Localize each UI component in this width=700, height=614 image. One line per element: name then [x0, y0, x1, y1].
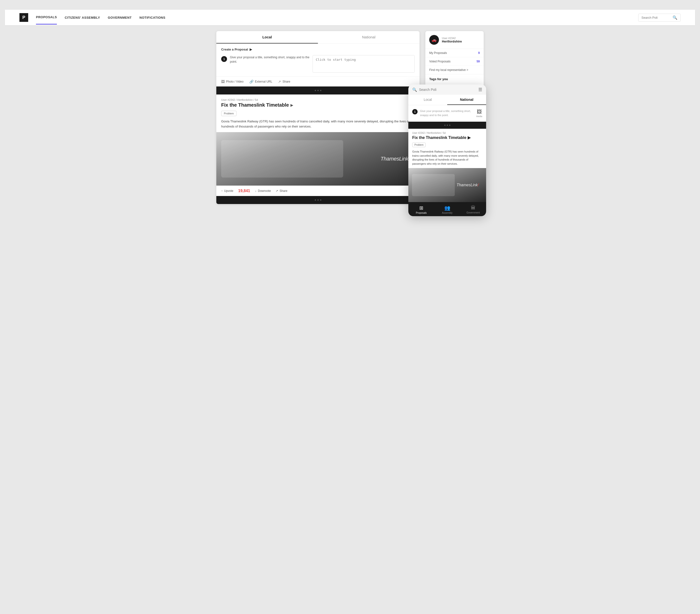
government-icon: 🏛: [471, 205, 476, 210]
mobile-media-button[interactable]: 🖼 Media: [476, 109, 482, 117]
assembly-icon: 👥: [444, 205, 450, 211]
nav-link-government[interactable]: GOVERNMENT: [108, 16, 132, 24]
post-image: ThamesLink/: [216, 132, 420, 186]
mobile-menu-icon[interactable]: ☰: [478, 87, 482, 92]
nav-logo[interactable]: P: [20, 13, 28, 22]
mobile-bottom-nav: ⊞ Proposals 👥 Assembly 🏛 Government: [408, 202, 486, 216]
nav-search-box[interactable]: 🔍: [638, 14, 680, 22]
mobile-input-hint: Give your proposal a title, something sh…: [420, 109, 474, 117]
vote-bar: ↑ Upvote 19,841 ↓ Downvote ↗ Share: [216, 186, 420, 196]
post-arrow-icon: ▶: [290, 103, 293, 107]
mobile-tab-local[interactable]: Local: [408, 95, 447, 105]
mobile-tab-national[interactable]: National: [447, 95, 486, 105]
post-badge: Problem: [221, 111, 237, 116]
dot-3: [320, 90, 321, 91]
mobile-post-title[interactable]: Fix the Thameslink Timetable ▶: [408, 135, 486, 142]
find-rep-link[interactable]: Find my local representative >: [425, 66, 484, 74]
vote-count: 19,841: [238, 189, 250, 193]
dot-6: [320, 200, 321, 201]
mobile-search-box[interactable]: 🔍: [412, 87, 476, 92]
tab-local[interactable]: Local: [216, 31, 318, 43]
mobile-media-icon: 🖼: [477, 109, 482, 115]
dark-bar-2: [216, 196, 420, 204]
search-icon: 🔍: [673, 15, 677, 20]
proposals-count: 9: [478, 51, 480, 55]
post-card: User #2342 / Hertfordshire / 5d Fix the …: [216, 94, 420, 204]
photo-icon: 🖼: [221, 80, 225, 84]
dot-4: [315, 200, 316, 201]
mobile-search-input[interactable]: [419, 88, 476, 92]
nav-link-notifications[interactable]: NOTIFICATIONS: [139, 16, 165, 24]
train-brand-text: ThamesLink: [380, 156, 409, 162]
mobile-post-body: Govia Thameslink Railway (GTR) has seen …: [408, 150, 486, 168]
dot-5: [317, 200, 318, 201]
mobile-post-badge: Problem: [412, 143, 426, 147]
proposal-input-area: 1 Give your proposal a title, something …: [221, 55, 415, 73]
desktop-tabs: Local National: [216, 31, 420, 44]
stats-row-proposals[interactable]: My Proposals 9: [425, 49, 484, 57]
mobile-post-arrow: ▶: [468, 135, 471, 140]
nav-search-input[interactable]: [641, 16, 671, 20]
mobile-post-meta: User #2342 / Hertfordshire / 5d: [408, 129, 486, 135]
mobile-dark-bar: [408, 122, 486, 129]
create-proposal-arrow: ▶: [250, 48, 252, 51]
create-proposal-header[interactable]: Create a Proposal ▶: [216, 44, 420, 55]
user-header: 🚗 User #2342 Hertfordshire: [425, 31, 484, 49]
post-title[interactable]: Fix the Thameslink Timetable ▶: [216, 102, 420, 111]
post-body: Govia Thameslink Railway (GTR) has seen …: [216, 119, 420, 132]
tags-title: Tags for you: [429, 77, 480, 81]
step-number: 1: [221, 56, 227, 62]
input-hint: Give your proposal a title, something sh…: [230, 55, 310, 64]
mobile-input-area: 1 Give your proposal a title, something …: [408, 105, 486, 122]
desktop-card: Local National Create a Proposal ▶ 1 Giv…: [216, 31, 420, 204]
nav-link-assembly[interactable]: CITIZENS' ASSEMBLY: [65, 16, 100, 24]
mobile-tabs: Local National: [408, 95, 486, 105]
mobile-nav-assembly[interactable]: 👥 Assembly: [434, 204, 460, 215]
tab-national[interactable]: National: [318, 31, 420, 43]
external-url-button[interactable]: 🔗 External URL: [249, 80, 272, 84]
dot-2: [317, 90, 318, 91]
photo-video-button[interactable]: 🖼 Photo / Video: [221, 80, 243, 84]
mobile-post-image: ThamesLink/: [408, 168, 486, 202]
navbar: P PROPOSALS CITIZENS' ASSEMBLY GOVERNMEN…: [5, 10, 695, 25]
downvote-button[interactable]: ↓ Downvote: [255, 189, 271, 193]
avatar-icon: 🚗: [432, 38, 437, 42]
dot-1: [315, 90, 316, 91]
upvote-icon: ↑: [221, 189, 223, 193]
nav-link-proposals[interactable]: PROPOSALS: [36, 15, 57, 25]
share-button[interactable]: ↗ Share: [278, 80, 290, 84]
link-icon: 🔗: [249, 80, 253, 84]
mobile-step-number: 1: [412, 109, 417, 114]
proposals-icon: ⊞: [419, 205, 423, 211]
mobile-dot-2: [447, 125, 448, 126]
user-id-label: User #2342: [442, 37, 462, 40]
user-avatar: 🚗: [429, 35, 439, 45]
mobile-nav-government[interactable]: 🏛 Government: [460, 204, 486, 215]
upvote-button[interactable]: ↑ Upvote: [221, 189, 233, 193]
post-share-icon: ↗: [276, 189, 278, 193]
stats-row-voted[interactable]: Voted Proposals 59: [425, 57, 484, 66]
dark-bar: [216, 87, 420, 94]
downvote-icon: ↓: [255, 189, 257, 193]
mobile-search-icon: 🔍: [412, 87, 417, 92]
proposal-title-input[interactable]: [313, 55, 415, 73]
voted-count: 59: [477, 60, 480, 63]
post-meta: User #2342 / Hertfordshire / 5d: [216, 94, 420, 102]
mobile-dot-3: [449, 125, 450, 126]
action-bar: 🖼 Photo / Video 🔗 External URL ↗ Share: [216, 77, 420, 87]
share-icon: ↗: [278, 80, 281, 84]
mobile-overlay: 🔍 ☰ Local National 1 Give your proposal …: [408, 85, 486, 216]
mobile-nav-proposals[interactable]: ⊞ Proposals: [408, 204, 434, 215]
nav-links: PROPOSALS CITIZENS' ASSEMBLY GOVERNMENT …: [36, 15, 638, 20]
user-location: Hertfordshire: [442, 40, 462, 43]
post-share-button[interactable]: ↗ Share: [276, 189, 287, 193]
mobile-dot-1: [444, 125, 446, 126]
mobile-search-bar: 🔍 ☰: [408, 85, 486, 95]
